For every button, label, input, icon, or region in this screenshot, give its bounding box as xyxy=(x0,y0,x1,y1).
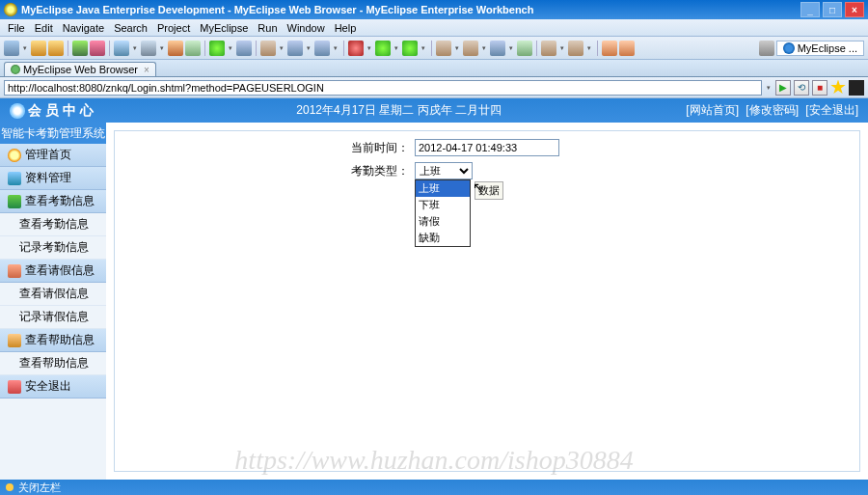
option-leave[interactable]: 请假 xyxy=(416,213,470,230)
option-work-on[interactable]: 上班 xyxy=(416,180,470,197)
dropdown-icon[interactable]: ▾ xyxy=(480,41,488,56)
current-time-input[interactable] xyxy=(415,139,559,156)
option-absent[interactable]: 缺勤 xyxy=(416,230,470,246)
browser-icon[interactable] xyxy=(114,41,129,56)
data-icon xyxy=(8,172,21,185)
prev-edit-icon[interactable] xyxy=(602,41,617,56)
window-titlebar: MyEclipse Java Enterprise Development - … xyxy=(0,0,868,19)
link-logout[interactable]: [安全退出] xyxy=(805,103,858,117)
sidebar: 会员中心 智能卡考勤管理系统 管理首页 资料管理 查看考勤信息 查看考勤信息 记… xyxy=(0,98,106,480)
sidebar-item-label: 查看请假信息 xyxy=(25,262,95,279)
dropdown-icon[interactable]: ▾ xyxy=(366,41,373,56)
menu-search[interactable]: Search xyxy=(110,21,151,35)
dropdown-icon[interactable]: ▾ xyxy=(131,41,139,56)
address-input[interactable] xyxy=(4,80,762,96)
maximize-button[interactable]: □ xyxy=(823,2,842,17)
dropdown-icon[interactable]: ▾ xyxy=(278,41,285,56)
tool-icon[interactable] xyxy=(168,41,183,56)
minimize-button[interactable]: _ xyxy=(800,2,820,17)
dropdown-icon[interactable]: ▾ xyxy=(332,41,339,56)
tab-label: MyEclipse Web Browser xyxy=(23,64,138,75)
dropdown-icon[interactable]: ▾ xyxy=(21,41,29,56)
sidebar-subitem-view-leave[interactable]: 查看请假信息 xyxy=(0,283,106,306)
next-edit-icon[interactable] xyxy=(619,41,635,56)
open-task-icon[interactable] xyxy=(463,41,478,56)
outline-icon[interactable] xyxy=(517,41,532,56)
link-home[interactable]: [网站首页] xyxy=(686,103,739,117)
sidebar-item-leave[interactable]: 查看请假信息 xyxy=(0,260,106,283)
export-icon[interactable] xyxy=(287,41,303,56)
leave-icon xyxy=(8,264,21,278)
app-icon xyxy=(4,3,17,16)
save-all-icon[interactable] xyxy=(48,41,64,56)
attendance-type-select[interactable]: 上班 xyxy=(415,162,473,179)
dropdown-icon[interactable]: ▾ xyxy=(507,41,515,56)
tab-web-browser[interactable]: MyEclipse Web Browser × xyxy=(4,62,156,76)
sidebar-subitem-view-help[interactable]: 查看帮助信息 xyxy=(0,352,106,375)
close-button[interactable]: × xyxy=(845,2,864,17)
config-icon[interactable] xyxy=(236,41,252,56)
menu-run[interactable]: Run xyxy=(254,21,281,35)
go-button[interactable]: ▶ xyxy=(775,80,791,96)
import-icon[interactable] xyxy=(314,41,330,56)
new-icon[interactable] xyxy=(4,41,19,56)
menu-help[interactable]: Help xyxy=(331,21,361,35)
menu-myeclipse[interactable]: MyEclipse xyxy=(196,21,252,35)
open-type-icon[interactable] xyxy=(436,41,451,56)
build-icon[interactable] xyxy=(260,41,276,56)
attendance-type-label: 考勤类型： xyxy=(241,163,415,179)
sidebar-subitem-view-attendance[interactable]: 查看考勤信息 xyxy=(0,213,106,236)
debug-icon[interactable] xyxy=(402,41,418,56)
sidebar-header-text: 会员中心 xyxy=(28,102,97,120)
toolbar: ▾ ▾ ▾ ▾ ▾ ▾ ▾ ▾ ▾ ▾ ▾ ▾ ▾ ▾ ▾ MyEclipse … xyxy=(0,37,868,60)
server-icon[interactable] xyxy=(141,41,156,56)
option-work-off[interactable]: 下班 xyxy=(416,197,470,213)
deploy-icon[interactable] xyxy=(90,41,105,56)
sidebar-item-logout[interactable]: 安全退出 xyxy=(0,375,106,399)
perspective-button[interactable]: MyEclipse ... xyxy=(776,41,864,56)
close-icon[interactable]: × xyxy=(144,65,149,75)
sidebar-item-data[interactable]: 资料管理 xyxy=(0,167,106,190)
dropdown-icon[interactable]: ▾ xyxy=(305,41,312,56)
address-dropdown-icon[interactable]: ▾ xyxy=(765,80,773,96)
dropdown-icon[interactable]: ▾ xyxy=(420,41,427,56)
sidebar-item-help[interactable]: 查看帮助信息 xyxy=(0,329,106,352)
search-tool-icon[interactable] xyxy=(490,41,505,56)
sidebar-item-home[interactable]: 管理首页 xyxy=(0,144,106,167)
link-change-password[interactable]: [修改密码] xyxy=(746,103,799,117)
cursor-icon: ↖ xyxy=(473,179,484,195)
menu-window[interactable]: Window xyxy=(284,21,329,35)
reload-button[interactable]: ⟲ xyxy=(794,80,809,96)
run-icon[interactable] xyxy=(209,41,225,56)
sidebar-logo: 会员中心 xyxy=(0,98,106,123)
dropdown-icon[interactable]: ▾ xyxy=(453,41,461,56)
dropdown-icon[interactable]: ▾ xyxy=(558,41,566,56)
nav-back-icon[interactable] xyxy=(541,41,556,56)
settings-icon[interactable] xyxy=(849,80,864,96)
status-text[interactable]: 关闭左栏 xyxy=(18,481,61,495)
dropdown-icon[interactable]: ▾ xyxy=(158,41,166,56)
wizard-icon[interactable] xyxy=(72,41,88,56)
favorite-icon[interactable] xyxy=(830,80,846,96)
sidebar-item-label: 安全退出 xyxy=(25,378,71,395)
menu-file[interactable]: File xyxy=(4,21,29,35)
menu-navigate[interactable]: Navigate xyxy=(59,21,108,35)
dropdown-icon[interactable]: ▾ xyxy=(393,41,400,56)
dropdown-icon[interactable]: ▾ xyxy=(227,41,234,56)
save-icon[interactable] xyxy=(31,41,46,56)
sidebar-subitem-record-leave[interactable]: 记录请假信息 xyxy=(0,306,106,329)
sidebar-item-attendance[interactable]: 查看考勤信息 xyxy=(0,190,106,213)
menu-edit[interactable]: Edit xyxy=(31,21,57,35)
run-as-icon[interactable] xyxy=(375,41,391,56)
stop-icon[interactable] xyxy=(348,41,364,56)
perspective-label: MyEclipse ... xyxy=(798,42,857,54)
perspective-switch-icon[interactable] xyxy=(759,41,774,56)
sidebar-subitem-record-attendance[interactable]: 记录考勤信息 xyxy=(0,236,106,260)
stop-nav-button[interactable]: ■ xyxy=(812,80,827,96)
myeclipse-icon xyxy=(783,42,795,54)
dropdown-icon[interactable]: ▾ xyxy=(585,41,593,56)
refresh-icon[interactable] xyxy=(185,41,201,56)
menu-project[interactable]: Project xyxy=(153,21,194,35)
nav-fwd-icon[interactable] xyxy=(568,41,583,56)
menu-bar: File Edit Navigate Search Project MyEcli… xyxy=(0,19,868,37)
